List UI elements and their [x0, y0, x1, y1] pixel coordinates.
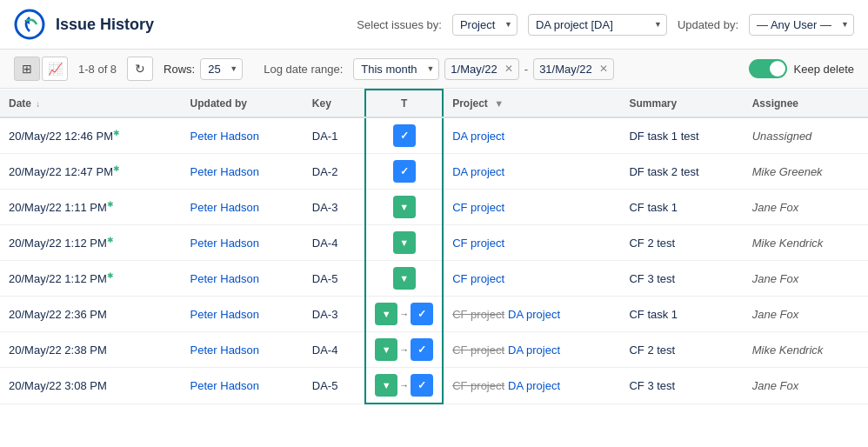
project-type-filter[interactable]: Project — [452, 14, 517, 36]
cell-key: DA-4 — [304, 332, 365, 368]
user-link[interactable]: Peter Hadson — [190, 344, 260, 357]
date-sort-icon[interactable]: ↓ — [36, 99, 40, 109]
cell-updated-by: Peter Hadson — [182, 261, 304, 297]
col-date: Date ↓ — [0, 90, 182, 117]
select-issues-label: Select issues by: — [357, 18, 442, 31]
cell-date: 20/May/22 2:38 PM — [0, 332, 182, 368]
cell-updated-by: Peter Hadson — [182, 190, 304, 225]
view-toggle: ⊞ 📈 — [14, 57, 68, 81]
app-logo — [14, 9, 45, 40]
cell-assignee: Mike Kendrick — [744, 332, 868, 368]
updated-by-select[interactable]: — Any User — — [749, 14, 854, 36]
story-icon: ▼ — [375, 303, 397, 325]
cell-t: ▼ — [365, 190, 443, 225]
story-icon: ▼ — [375, 338, 397, 361]
grid-view-button[interactable]: ⊞ — [14, 57, 40, 81]
cell-project: CF project — [443, 261, 620, 297]
rows-count-select[interactable]: 25 — [200, 58, 243, 80]
task-icon: ✓ — [411, 374, 433, 397]
cell-t: ▼ — [365, 261, 443, 297]
project-link[interactable]: DA project — [452, 130, 504, 143]
change-arrow-icon: → — [399, 309, 409, 319]
col-assignee: Assignee — [744, 90, 868, 117]
col-summary: Summary — [620, 90, 743, 117]
keep-deleted-label: Keep delete — [794, 63, 854, 76]
story-icon: ▼ — [375, 374, 397, 397]
table-header-row: Date ↓ Updated by Key ▼ T Project ▼ — [0, 90, 868, 117]
project-link[interactable]: CF project — [452, 201, 504, 214]
project-value-select[interactable]: DA project [DA] — [528, 14, 667, 36]
cell-summary: CF task 1 — [620, 190, 743, 225]
cell-project: DA project — [443, 154, 620, 190]
refresh-button[interactable]: ↻ — [127, 57, 153, 81]
project-value-filter[interactable]: DA project [DA] — [528, 14, 667, 36]
cell-key: DA-5 — [304, 261, 365, 297]
records-info: 1-8 of 8 — [78, 63, 117, 76]
date-to-clear[interactable]: ✕ — [599, 63, 608, 75]
toolbar: ⊞ 📈 1-8 of 8 ↻ Rows: 25 Log date range: … — [0, 50, 868, 89]
user-link[interactable]: Peter Hadson — [190, 237, 260, 250]
cell-t: ▼→✓ — [365, 297, 443, 332]
project-link[interactable]: CF project — [452, 237, 504, 250]
col-t: ▼ T — [365, 90, 443, 117]
col-project: Project ▼ — [443, 90, 620, 117]
table-row: 20/May/22 3:08 PMPeter HadsonDA-5▼→✓CF p… — [0, 368, 868, 404]
table-row: 20/May/22 1:11 PM✱Peter HadsonDA-3▼CF pr… — [0, 190, 868, 225]
task-icon: ✓ — [393, 124, 416, 147]
cell-project: CF projectDA project — [443, 368, 620, 404]
rows-selector: Rows: 25 — [164, 58, 243, 80]
project-link[interactable]: DA project — [508, 308, 560, 321]
user-link[interactable]: Peter Hadson — [190, 165, 260, 178]
date-from-clear[interactable]: ✕ — [504, 63, 513, 75]
story-icon: ▼ — [393, 267, 416, 290]
cell-summary: CF 2 test — [620, 332, 743, 368]
keep-deleted-toggle[interactable] — [749, 59, 787, 78]
task-icon: ✓ — [411, 338, 433, 361]
task-icon: ✓ — [393, 160, 416, 183]
cell-assignee: Mike Kendrick — [744, 225, 868, 261]
table-row: 20/May/22 1:12 PM✱Peter HadsonDA-4▼CF pr… — [0, 225, 868, 261]
project-link[interactable]: DA project — [508, 344, 560, 357]
cell-project: DA project — [443, 117, 620, 154]
project-old: CF project — [452, 379, 504, 392]
table-row: 20/May/22 2:36 PMPeter HadsonDA-3▼→✓CF p… — [0, 297, 868, 332]
user-link[interactable]: Peter Hadson — [190, 379, 260, 392]
chart-view-button[interactable]: 📈 — [42, 57, 68, 81]
table-row: 20/May/22 2:38 PMPeter HadsonDA-4▼→✓CF p… — [0, 332, 868, 368]
project-link[interactable]: DA project — [508, 379, 560, 392]
date-to-value: 31/May/22 — [539, 63, 592, 76]
cell-t: ✓ — [365, 117, 443, 154]
project-link[interactable]: DA project — [452, 165, 504, 178]
cell-updated-by: Peter Hadson — [182, 297, 304, 332]
log-date-label: Log date range: — [264, 63, 343, 76]
cell-key: DA-5 — [304, 368, 365, 404]
cell-key: DA-1 — [304, 117, 365, 154]
date-to-field[interactable]: 31/May/22 ✕ — [533, 58, 614, 80]
cell-project: CF project — [443, 225, 620, 261]
change-arrow-icon: → — [399, 344, 409, 355]
cell-date: 20/May/22 12:47 PM✱ — [0, 154, 182, 190]
date-from-field[interactable]: 1/May/22 ✕ — [444, 58, 518, 80]
project-filter-icon[interactable]: ▼ — [494, 98, 504, 109]
updated-by-filter[interactable]: — Any User — — [749, 14, 854, 36]
user-link[interactable]: Peter Hadson — [190, 130, 260, 143]
cell-t: ▼ — [365, 225, 443, 261]
user-link[interactable]: Peter Hadson — [190, 272, 260, 285]
cell-assignee: Jane Fox — [744, 368, 868, 404]
cell-updated-by: Peter Hadson — [182, 117, 304, 154]
user-link[interactable]: Peter Hadson — [190, 308, 260, 321]
date-preset-select[interactable]: This month — [353, 58, 439, 80]
project-link[interactable]: CF project — [452, 272, 504, 285]
date-from-value: 1/May/22 — [451, 63, 497, 76]
user-link[interactable]: Peter Hadson — [190, 201, 260, 214]
toggle-knob — [770, 61, 785, 77]
cell-summary: DF task 1 test — [620, 117, 743, 154]
cell-t: ✓ — [365, 154, 443, 190]
keep-deleted-toggle-group: Keep delete — [749, 59, 854, 78]
cell-project: CF project — [443, 190, 620, 225]
project-type-select[interactable]: Project — [452, 14, 517, 36]
cell-assignee: Jane Fox — [744, 297, 868, 332]
cell-key: DA-3 — [304, 190, 365, 225]
cell-date: 20/May/22 12:46 PM✱ — [0, 117, 182, 154]
task-icon: ✓ — [411, 303, 433, 325]
